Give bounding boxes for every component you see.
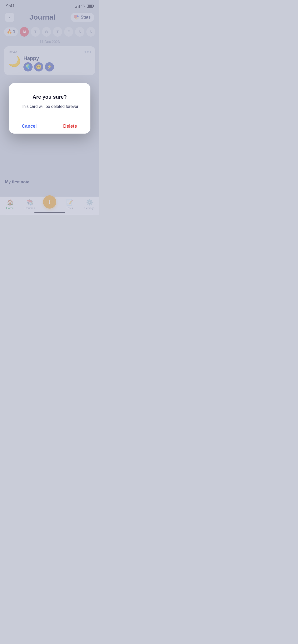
modal-body: Are you sure? This card will be deleted … (9, 83, 90, 119)
modal-title: Are you sure? (15, 94, 84, 100)
delete-confirmation-modal: Are you sure? This card will be deleted … (9, 83, 90, 134)
modal-subtitle: This card will be deleted forever (15, 104, 84, 110)
modal-buttons: Cancel Delete (9, 119, 90, 134)
delete-button[interactable]: Delete (50, 119, 91, 134)
cancel-button[interactable]: Cancel (9, 119, 50, 134)
